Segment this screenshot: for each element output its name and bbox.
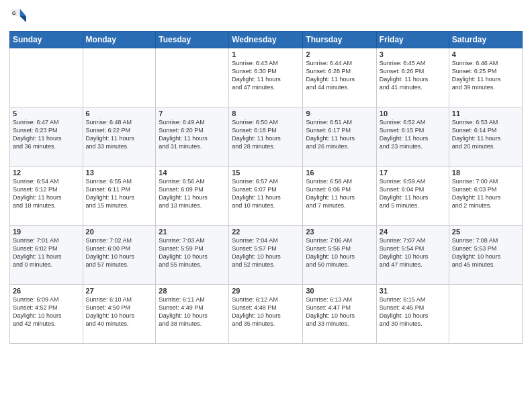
- day-info-text: Daylight: 11 hours: [452, 134, 519, 142]
- day-info-text: Sunset: 6:26 PM: [380, 67, 446, 75]
- calendar-cell: 16Sunrise: 6:58 AMSunset: 6:06 PMDayligh…: [303, 167, 376, 226]
- calendar-cell: 7Sunrise: 6:49 AMSunset: 6:20 PMDaylight…: [156, 107, 229, 167]
- day-info-text: Sunrise: 6:43 AM: [232, 59, 300, 67]
- day-info-text: Sunset: 6:02 PM: [13, 244, 80, 253]
- day-info-text: and 47 minutes.: [232, 83, 300, 91]
- day-number: 30: [306, 287, 373, 295]
- calendar-cell: 23Sunrise: 7:06 AMSunset: 5:56 PMDayligh…: [303, 226, 376, 285]
- day-info-text: Daylight: 10 hours: [452, 253, 519, 261]
- day-number: 1: [232, 50, 300, 58]
- calendar-week-row: 12Sunrise: 6:54 AMSunset: 6:12 PMDayligh…: [10, 167, 523, 226]
- day-info-text: and 23 minutes.: [380, 142, 446, 150]
- calendar-cell: 28Sunrise: 6:11 AMSunset: 4:49 PMDayligh…: [156, 285, 229, 344]
- day-info-text: and 50 minutes.: [306, 261, 373, 269]
- calendar-cell: 21Sunrise: 7:03 AMSunset: 5:59 PMDayligh…: [156, 226, 229, 285]
- calendar-week-row: 1Sunrise: 6:43 AMSunset: 6:30 PMDaylight…: [10, 48, 523, 107]
- day-info-text: Sunset: 6:12 PM: [13, 185, 80, 193]
- day-info-text: Sunset: 6:14 PM: [452, 126, 519, 134]
- day-info-text: Sunrise: 6:55 AM: [86, 177, 153, 185]
- day-info-text: Daylight: 10 hours: [306, 253, 373, 261]
- day-info-text: Sunrise: 7:03 AM: [159, 236, 226, 244]
- day-info-text: and 15 minutes.: [86, 201, 153, 210]
- day-info-text: Sunrise: 6:52 AM: [380, 118, 446, 126]
- calendar-cell: 8Sunrise: 6:50 AMSunset: 6:18 PMDaylight…: [229, 107, 303, 167]
- day-info-text: Daylight: 11 hours: [306, 193, 373, 201]
- day-info-text: Sunrise: 6:15 AM: [380, 295, 446, 304]
- day-info-text: and 41 minutes.: [380, 83, 446, 91]
- day-info-text: Daylight: 11 hours: [86, 134, 153, 142]
- day-info-text: Sunrise: 6:09 AM: [13, 295, 80, 304]
- day-info-text: and 52 minutes.: [232, 261, 300, 269]
- day-info-text: Sunrise: 6:53 AM: [452, 118, 519, 126]
- day-info-text: Sunrise: 6:13 AM: [306, 295, 373, 304]
- logo-icon: G: [9, 7, 28, 26]
- calendar-week-row: 26Sunrise: 6:09 AMSunset: 4:52 PMDayligh…: [10, 285, 523, 344]
- day-info-text: Daylight: 11 hours: [452, 75, 519, 83]
- day-number: 8: [232, 109, 300, 118]
- weekday-header-monday: Monday: [83, 32, 156, 48]
- day-info-text: Daylight: 10 hours: [232, 312, 300, 320]
- day-info-text: Daylight: 11 hours: [13, 134, 80, 142]
- day-info-text: and 26 minutes.: [306, 142, 373, 150]
- calendar-cell: 27Sunrise: 6:10 AMSunset: 4:50 PMDayligh…: [83, 285, 156, 344]
- day-info-text: Sunrise: 7:02 AM: [86, 236, 153, 244]
- calendar-cell: 29Sunrise: 6:12 AMSunset: 4:48 PMDayligh…: [229, 285, 303, 344]
- day-info-text: Sunset: 5:53 PM: [452, 244, 519, 253]
- day-info-text: and 28 minutes.: [232, 142, 300, 150]
- day-info-text: Sunset: 4:52 PM: [13, 304, 80, 312]
- day-info-text: Daylight: 11 hours: [452, 193, 519, 201]
- day-info-text: Sunset: 6:25 PM: [452, 67, 519, 75]
- day-info-text: Daylight: 11 hours: [380, 134, 446, 142]
- day-number: 18: [452, 169, 519, 177]
- calendar-cell: 1Sunrise: 6:43 AMSunset: 6:30 PMDaylight…: [229, 48, 303, 107]
- day-info-text: Sunset: 4:45 PM: [380, 304, 446, 312]
- day-number: 14: [159, 169, 226, 177]
- day-info-text: Sunrise: 7:07 AM: [380, 236, 446, 244]
- day-info-text: Sunset: 6:23 PM: [13, 126, 80, 134]
- day-info-text: Sunrise: 6:44 AM: [306, 59, 373, 67]
- calendar-week-row: 5Sunrise: 6:47 AMSunset: 6:23 PMDaylight…: [10, 107, 523, 167]
- calendar-cell: 13Sunrise: 6:55 AMSunset: 6:11 PMDayligh…: [83, 167, 156, 226]
- day-info-text: Sunset: 5:57 PM: [232, 244, 300, 253]
- logo: G: [9, 7, 31, 26]
- day-info-text: Daylight: 10 hours: [159, 312, 226, 320]
- day-number: 3: [380, 50, 446, 58]
- day-info-text: Sunrise: 6:59 AM: [380, 177, 446, 185]
- day-number: 11: [452, 109, 519, 118]
- calendar-cell: 18Sunrise: 7:00 AMSunset: 6:03 PMDayligh…: [449, 167, 522, 226]
- day-info-text: Daylight: 11 hours: [13, 193, 80, 201]
- day-info-text: Sunrise: 6:45 AM: [380, 59, 446, 67]
- day-info-text: and 2 minutes.: [452, 201, 519, 210]
- day-number: 9: [306, 109, 373, 118]
- day-number: 4: [452, 50, 519, 58]
- weekday-header-saturday: Saturday: [449, 32, 522, 48]
- day-info-text: Daylight: 11 hours: [232, 134, 300, 142]
- day-info-text: and 40 minutes.: [86, 320, 153, 328]
- svg-marker-1: [20, 16, 26, 22]
- day-info-text: Sunrise: 6:46 AM: [452, 59, 519, 67]
- calendar-cell: 26Sunrise: 6:09 AMSunset: 4:52 PMDayligh…: [10, 285, 83, 344]
- day-info-text: Sunrise: 6:51 AM: [306, 118, 373, 126]
- day-info-text: Sunrise: 6:11 AM: [159, 295, 226, 304]
- day-info-text: Sunrise: 7:04 AM: [232, 236, 300, 244]
- day-info-text: Daylight: 10 hours: [13, 312, 80, 320]
- day-info-text: Sunset: 6:17 PM: [306, 126, 373, 134]
- day-info-text: and 7 minutes.: [306, 201, 373, 210]
- day-number: 19: [13, 228, 80, 236]
- day-info-text: and 10 minutes.: [232, 201, 300, 210]
- calendar-cell: 6Sunrise: 6:48 AMSunset: 6:22 PMDaylight…: [83, 107, 156, 167]
- day-info-text: Sunset: 6:00 PM: [86, 244, 153, 253]
- weekday-header-thursday: Thursday: [303, 32, 376, 48]
- day-info-text: and 39 minutes.: [452, 83, 519, 91]
- day-number: 27: [86, 287, 153, 295]
- day-info-text: and 20 minutes.: [452, 142, 519, 150]
- day-info-text: Sunrise: 7:06 AM: [306, 236, 373, 244]
- day-info-text: Daylight: 10 hours: [380, 312, 446, 320]
- day-info-text: Daylight: 11 hours: [306, 75, 373, 83]
- day-number: 25: [452, 228, 519, 236]
- day-info-text: Sunset: 6:11 PM: [86, 185, 153, 193]
- day-number: 5: [13, 109, 80, 118]
- day-info-text: and 35 minutes.: [232, 320, 300, 328]
- day-info-text: and 38 minutes.: [159, 320, 226, 328]
- day-info-text: Daylight: 10 hours: [86, 253, 153, 261]
